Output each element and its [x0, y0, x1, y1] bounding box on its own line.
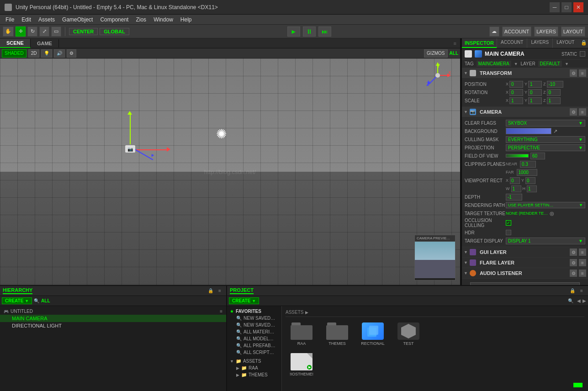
menu-zios[interactable]: Zios [132, 16, 150, 24]
step-button[interactable]: ⏭ [318, 26, 331, 37]
menu-help[interactable]: Help [177, 16, 196, 24]
menu-component[interactable]: Component [96, 16, 132, 24]
layers-button[interactable]: LAYERS [534, 26, 558, 37]
favorites-all-materials[interactable]: 🔍 ALL MATERI… [227, 328, 281, 335]
gui-layer-more-btn[interactable]: ≡ [579, 248, 586, 256]
raa-folder[interactable]: ▶ 📁 RAA [227, 365, 281, 371]
rot-y-input[interactable] [528, 89, 542, 96]
depth-input[interactable] [506, 194, 522, 201]
camera-more-btn[interactable]: ≡ [579, 108, 586, 116]
pos-y-input[interactable] [528, 81, 542, 88]
account-tab[interactable]: ACCOUNT [497, 38, 527, 48]
asset-raa[interactable]: RAA [286, 321, 318, 348]
vr-x-input[interactable] [510, 177, 520, 184]
audio-listener-settings-btn[interactable]: ⚙ [570, 269, 577, 277]
hierarchy-item-main-camera[interactable]: MAIN CAMERA [0, 315, 226, 322]
favorites-all-prefabs[interactable]: 🔍 ALL PREFAB… [227, 342, 281, 349]
assets-scroll-thumb[interactable] [573, 383, 583, 387]
pos-x-input[interactable] [509, 81, 523, 88]
hierarchy-lock-icon[interactable]: 🔒 [207, 287, 214, 295]
flare-layer-settings-btn[interactable]: ⚙ [570, 259, 577, 266]
inspector-tab[interactable]: INSPECTOR [462, 38, 497, 48]
scale-z-input[interactable] [547, 97, 561, 104]
camera-header[interactable]: ▼ 📷 CAMERA ⚙ ≡ [462, 107, 588, 117]
global-button[interactable]: GLOBAL [100, 28, 129, 35]
target-display-dropdown[interactable]: DISPLAY 1 ▼ [506, 238, 585, 244]
menu-window[interactable]: Window [150, 16, 177, 24]
occlusion-checkbox[interactable]: ✓ [506, 220, 511, 226]
layout-button[interactable]: LAYOUT [561, 26, 585, 37]
asset-themes[interactable]: THEMES [321, 321, 353, 348]
2d-button[interactable]: 2D [28, 49, 40, 58]
transform-header[interactable]: ▼ TRANSFORM ⚙ ≡ [462, 68, 588, 78]
project-search-icon[interactable]: 🔍 [568, 298, 573, 303]
hierarchy-item-directional-light[interactable]: DIRECTIONAL LIGHT [0, 322, 226, 329]
flare-layer-header[interactable]: ▼ FLARE LAYER ⚙ ≡ [462, 258, 588, 268]
inspector-lock-icon[interactable]: 🔒 [578, 38, 588, 48]
viewport[interactable]: ✺ 📷 http://blog.csdn.net/ [0, 58, 460, 285]
favorites-all-scripts[interactable]: 🔍 ALL SCRIPT… [227, 349, 281, 356]
asset-iostheme[interactable]: ▶ !IOSTHEME! [286, 351, 318, 378]
project-menu-icon[interactable]: ≡ [578, 287, 585, 295]
background-color-picker-icon[interactable]: ↗ [553, 128, 557, 134]
vr-y-input[interactable] [525, 177, 535, 184]
shaded-button[interactable]: SHADED [2, 49, 26, 58]
pause-button[interactable]: ⏸ [303, 26, 316, 37]
audio-listener-header[interactable]: ▼ AUDIO LISTENER ⚙ ≡ [462, 268, 588, 278]
minimize-button[interactable]: ─ [550, 2, 560, 12]
favorites-section[interactable]: ★ FAVORITES [227, 308, 281, 315]
center-button[interactable]: CENTER [69, 28, 98, 35]
scale-x-input[interactable] [509, 97, 523, 104]
pos-z-input[interactable] [547, 81, 563, 88]
menu-file[interactable]: File [2, 16, 18, 24]
close-button[interactable]: ✕ [573, 2, 583, 12]
projection-dropdown[interactable]: PERSPECTIVE ▼ [506, 144, 585, 151]
tag-value[interactable]: MAINCAMERA [477, 61, 511, 67]
project-create-button[interactable]: CREATE ▼ [229, 297, 259, 304]
hierarchy-scene-menu-icon[interactable]: ≡ [220, 309, 222, 314]
scale-y-input[interactable] [528, 97, 542, 104]
vr-w-input[interactable] [511, 185, 521, 192]
hdr-checkbox[interactable] [506, 230, 511, 235]
cloud-button[interactable]: ☁ [489, 26, 499, 37]
hierarchy-menu-icon[interactable]: ≡ [216, 287, 223, 295]
layer-value[interactable]: DEFAULT [538, 61, 562, 67]
project-title[interactable]: PROJECT [230, 287, 254, 294]
far-input[interactable] [517, 169, 537, 176]
transform-more-btn[interactable]: ≡ [579, 69, 586, 77]
scene-panel-menu-icon[interactable]: ≡ [450, 41, 460, 46]
tab-scene[interactable]: SCENE [0, 39, 31, 48]
transform-settings-btn[interactable]: ⚙ [570, 69, 577, 77]
maximize-button[interactable]: □ [562, 2, 572, 12]
layout-tab[interactable]: LAYOUT [552, 38, 578, 48]
project-lock-icon[interactable]: 🔒 [569, 287, 576, 295]
rect-tool-button[interactable]: ▭ [51, 26, 61, 37]
clear-flags-dropdown[interactable]: SKYBOX ▼ [506, 120, 585, 127]
rot-x-input[interactable] [509, 89, 523, 96]
culling-mask-dropdown[interactable]: EVERYTHING ▼ [506, 136, 585, 143]
themes-folder[interactable]: ▶ 📁 THEMES [227, 371, 281, 378]
account-button[interactable]: ACCOUNT [502, 26, 531, 37]
static-checkbox[interactable] [580, 51, 585, 57]
target-texture-picker-icon[interactable]: ◎ [550, 211, 554, 217]
hierarchy-item-untitled[interactable]: 🎮 UNTITLED ≡ [0, 308, 226, 315]
gizmos-button[interactable]: GIZMOS [424, 49, 447, 58]
flare-layer-more-btn[interactable]: ≡ [579, 259, 586, 266]
move-tool-button[interactable]: ✛ [16, 26, 26, 37]
scene-audio-button[interactable]: 🔊 [54, 49, 65, 58]
menu-assets[interactable]: Assets [35, 16, 58, 24]
menu-edit[interactable]: Edit [18, 16, 35, 24]
layers-tab[interactable]: LAYERS [527, 38, 552, 48]
tab-game[interactable]: GAME [31, 39, 59, 48]
object-enabled-checkbox[interactable]: ✓ [465, 50, 472, 58]
rendering-path-dropdown[interactable]: USE PLAYER SETTIN… ▼ [506, 202, 585, 208]
vr-h-input[interactable] [527, 185, 537, 192]
fov-input[interactable] [530, 153, 545, 159]
menu-gameobject[interactable]: GameObject [58, 16, 96, 24]
asset-rectional[interactable]: RECTIONAL [357, 321, 389, 348]
background-color-swatch[interactable] [506, 128, 551, 134]
hand-tool-button[interactable]: ✋ [3, 26, 14, 37]
rotate-tool-button[interactable]: ↻ [27, 26, 37, 37]
assets-folder[interactable]: ▼ 📁 ASSETS [227, 358, 281, 365]
camera-settings-btn[interactable]: ⚙ [570, 108, 577, 116]
